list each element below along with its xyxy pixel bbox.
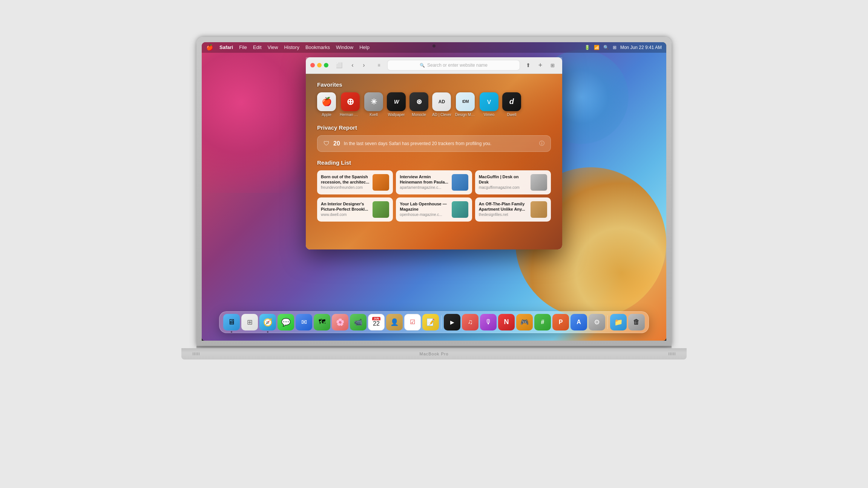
hm-icon: ⊕ xyxy=(341,92,360,111)
kvell-label: Kvell xyxy=(370,113,378,117)
reading-item-3-title: An Interior Designer's Picture-Perfect B… xyxy=(321,201,370,212)
dock: 🖥 ⊞ 🧭 💬 xyxy=(219,311,649,333)
dock-finder[interactable]: 🖥 xyxy=(223,314,240,330)
ad-label: AD | Clever xyxy=(432,113,451,117)
dock-appletv[interactable]: ▶ xyxy=(444,314,460,330)
reading-list-section: Reading List Born out of the Spanish rec… xyxy=(317,159,551,222)
music-icon: ♫ xyxy=(468,318,473,326)
appstore-icon: A xyxy=(577,319,581,326)
dock-appstore[interactable]: A xyxy=(570,314,587,330)
back-button[interactable]: ‹ xyxy=(347,60,358,70)
menu-history[interactable]: History xyxy=(284,44,299,50)
privacy-section: Privacy Report 🛡 20 In the last seven da… xyxy=(317,124,551,152)
dock-reminders[interactable]: ☑ xyxy=(404,314,421,330)
menu-window[interactable]: Window xyxy=(336,44,353,50)
menu-file[interactable]: File xyxy=(239,44,247,50)
reader-button[interactable]: ≡ xyxy=(374,60,384,70)
favorite-ad[interactable]: AD AD | Clever xyxy=(432,92,451,117)
reading-item-2-thumb xyxy=(531,174,547,191)
address-bar[interactable]: 🔍 Search or enter website name xyxy=(387,60,520,70)
shield-icon-privacy: 🛡 xyxy=(324,140,330,147)
tab-overview-button[interactable]: ⊞ xyxy=(547,60,558,70)
dock-arcade[interactable]: 🎮 xyxy=(516,314,533,330)
reading-item-5-url: thedesignfiles.net xyxy=(479,213,528,217)
privacy-info-icon[interactable]: ⓘ xyxy=(539,140,544,147)
wallpaper-label: Wallpaper xyxy=(388,113,405,117)
dock-files[interactable]: 📁 xyxy=(610,314,627,330)
vimeo-icon: v xyxy=(480,92,498,111)
favorite-wallpaper[interactable]: W Wallpaper xyxy=(387,92,406,117)
reading-item-5[interactable]: An Off-The-Plan Family Apartment Unlike … xyxy=(475,197,551,222)
reading-item-3[interactable]: An Interior Designer's Picture-Perfect B… xyxy=(317,197,393,222)
apple-label: Apple xyxy=(322,113,331,117)
new-tab-button[interactable]: + xyxy=(535,60,546,70)
minimize-button[interactable] xyxy=(317,63,322,67)
favorite-monocle[interactable]: ⊛ Monocle xyxy=(409,92,428,117)
favorite-vimeo[interactable]: v Vimeo xyxy=(480,92,498,117)
privacy-report-box[interactable]: 🛡 20 In the last seven days Safari has p… xyxy=(317,135,551,152)
reading-item-2-title: MacGuffin | Desk on Desk xyxy=(479,174,528,185)
dock-pages[interactable]: P xyxy=(552,314,569,330)
numbers-icon: # xyxy=(541,319,544,326)
reading-item-0-thumb xyxy=(373,174,389,191)
dock-mail[interactable]: ✉ xyxy=(296,314,312,330)
speaker-grille-right xyxy=(669,352,675,355)
reading-item-1-url: apartamentmagazine.c... xyxy=(400,185,448,190)
dock-photos[interactable]: 🌸 xyxy=(332,314,348,330)
dock-music[interactable]: ♫ xyxy=(462,314,478,330)
safari-content: Favorites 🍎 Apple ⊕ Herman Mi xyxy=(306,74,562,249)
ad-icon: AD xyxy=(432,92,451,111)
reading-item-4[interactable]: Your Lab Openhouse — Magazine openhosue-… xyxy=(396,197,472,222)
dock-podcasts[interactable]: 🎙 xyxy=(480,314,497,330)
reading-item-0[interactable]: Born out of the Spanish recession, the a… xyxy=(317,170,393,194)
design-icon: tDM xyxy=(456,92,475,111)
apple-logo[interactable]: 🍎 xyxy=(206,44,213,51)
menu-controlcenter-icon[interactable]: ⊞ xyxy=(613,45,616,50)
menu-safari[interactable]: Safari xyxy=(219,44,233,50)
favorite-dwell[interactable]: d Dwell xyxy=(502,92,521,117)
traffic-lights xyxy=(310,63,328,67)
reading-item-3-text: An Interior Designer's Picture-Perfect B… xyxy=(321,201,370,218)
dock-maps[interactable]: 🗺 xyxy=(314,314,330,330)
favorite-design[interactable]: tDM Design Museum xyxy=(455,92,476,117)
reading-item-2[interactable]: MacGuffin | Desk on Desk macguffinmagazi… xyxy=(475,170,551,194)
maximize-button[interactable] xyxy=(324,63,328,67)
reading-item-0-url: freundevonfreunden.com xyxy=(321,185,370,190)
menu-bookmarks[interactable]: Bookmarks xyxy=(305,44,330,50)
menu-edit[interactable]: Edit xyxy=(253,44,261,50)
safari-icon: 🧭 xyxy=(263,318,273,327)
favorite-hm[interactable]: ⊕ Herman Miller xyxy=(340,92,360,117)
dock-safari[interactable]: 🧭 xyxy=(259,314,276,330)
dock-prefs[interactable]: ⚙ xyxy=(589,314,605,330)
menu-search-icon[interactable]: 🔍 xyxy=(603,45,609,50)
reading-list-grid: Born out of the Spanish recession, the a… xyxy=(317,170,551,222)
dock-launchpad[interactable]: ⊞ xyxy=(241,314,258,330)
close-button[interactable] xyxy=(310,63,315,67)
contacts-icon: 👤 xyxy=(390,318,399,326)
macbook-model-label: MacBook Pro xyxy=(419,352,448,356)
forward-button[interactable]: › xyxy=(359,60,369,70)
dock-contacts[interactable]: 👤 xyxy=(386,314,403,330)
dock-facetime[interactable]: 📹 xyxy=(350,314,367,330)
dock-calendar[interactable]: JUN 22 xyxy=(368,314,385,330)
photos-icon: 🌸 xyxy=(336,318,344,326)
privacy-message: In the last seven days Safari has preven… xyxy=(344,141,535,146)
reminders-icon: ☑ xyxy=(410,318,415,326)
favorite-apple[interactable]: 🍎 Apple xyxy=(317,92,336,117)
share-button[interactable]: ⬆ xyxy=(523,60,534,70)
dock-numbers[interactable]: # xyxy=(534,314,551,330)
dwell-label: Dwell xyxy=(507,113,516,117)
dock-trash[interactable]: 🗑 xyxy=(628,314,645,330)
safari-window: ⬜ ‹ › ≡ 🔍 Search or enter website name xyxy=(306,57,562,249)
reading-item-1[interactable]: Interview Armin Heinemann from Paula... … xyxy=(396,170,472,194)
dock-news[interactable]: N xyxy=(498,314,515,330)
sidebar-toggle[interactable]: ⬜ xyxy=(334,60,344,70)
favorite-kvell[interactable]: ✳ Kvell xyxy=(364,92,383,117)
menu-view[interactable]: View xyxy=(268,44,278,50)
dock-messages[interactable]: 💬 xyxy=(278,314,294,330)
dock-notes[interactable]: 📝 xyxy=(422,314,439,330)
vimeo-label: Vimeo xyxy=(484,113,494,117)
macos-desktop: 🍎 Safari File Edit View History Bookmark… xyxy=(202,42,666,341)
menu-help[interactable]: Help xyxy=(359,44,370,50)
apple-icon: 🍎 xyxy=(317,92,336,111)
